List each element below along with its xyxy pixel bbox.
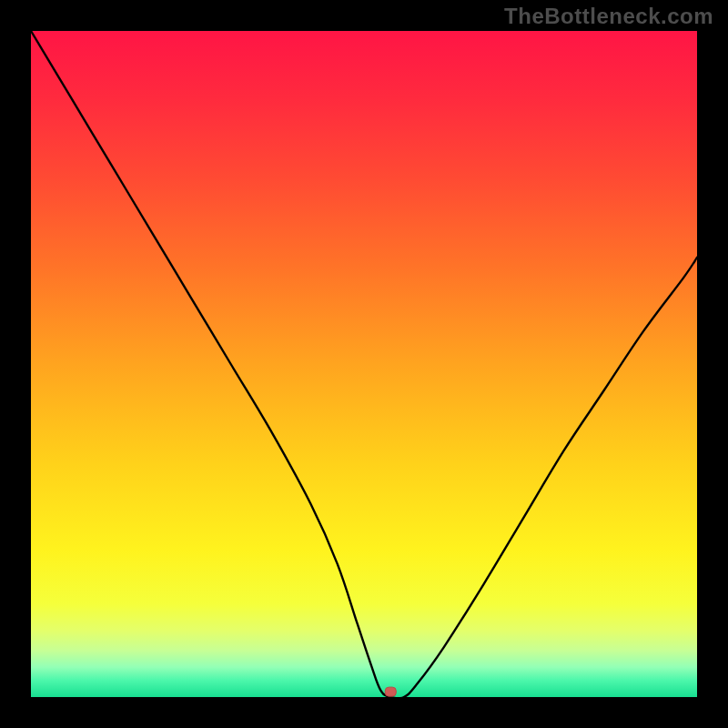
watermark-text: TheBottleneck.com	[504, 4, 713, 29]
gradient-background	[31, 31, 697, 697]
plot-area	[31, 31, 697, 697]
chart-frame: TheBottleneck.com	[0, 0, 728, 728]
bottleneck-chart	[31, 31, 697, 697]
optimum-marker	[385, 687, 396, 696]
